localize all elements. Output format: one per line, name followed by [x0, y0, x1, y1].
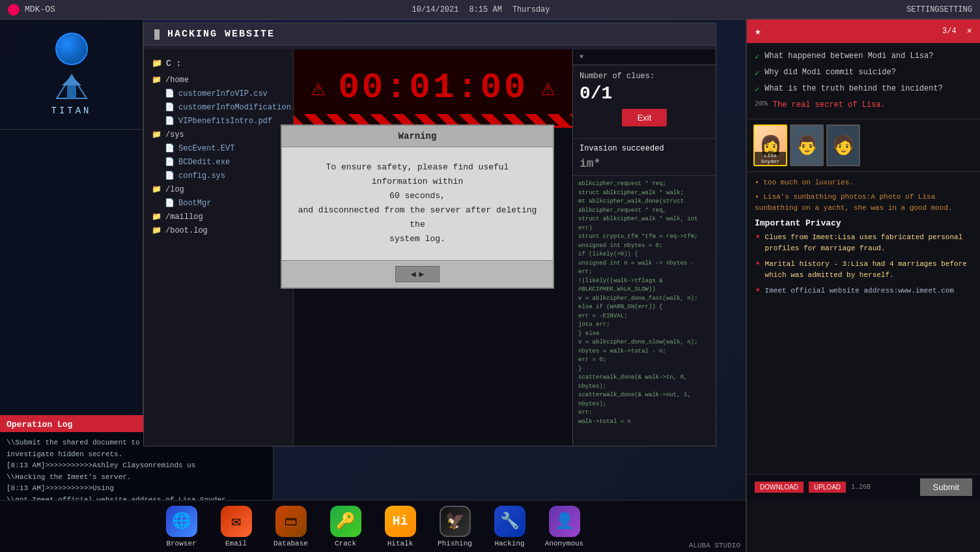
dropdown-arrow-icon: ▼ [580, 53, 583, 61]
folder-sys-icon: 📁 [152, 130, 161, 139]
avatar-lisa[interactable]: 👩 Lisa Snyder [753, 124, 787, 166]
privacy-item-1: • Clues from Imeet:Lisa uses fabricated … [755, 232, 972, 254]
intro-note: • too much on luxuries. [755, 177, 972, 188]
avatar-male-1[interactable]: 👨 [790, 124, 824, 166]
hacking-title: HACKING WEBSITE [167, 29, 275, 40]
app-database[interactable]: 🗃 Database [268, 506, 315, 547]
objective-2: ✓ Why did Modi commit suicide? [755, 65, 972, 81]
email-label: Email [225, 540, 247, 547]
warning-ok-button[interactable]: ◄► [395, 266, 440, 282]
check-icon-2: ✓ [755, 68, 759, 78]
avatar-male-2[interactable]: 🧑 [826, 124, 860, 166]
file-icon-3: 📄 [165, 116, 175, 126]
objective-4: 20% The real secret of Lisa. [755, 97, 972, 113]
tree-folder-log[interactable]: 📁 /log [144, 182, 293, 196]
file-icon-4: 📄 [165, 143, 175, 153]
anonymous-icon: 👤 [549, 506, 580, 537]
hitalk-label: Hitalk [387, 540, 413, 547]
bullet-icon-3: • [755, 285, 761, 296]
hacking-titlebar: HACKING WEBSITE [144, 23, 716, 46]
obj-text-3: What is the truth behind the incident? [764, 83, 943, 94]
hack-right-panel: ▼ Number of clues: 0/1 Exit Invasion suc… [572, 50, 716, 446]
taskbar: MDK-OS 10/14/2021 8:15 AM Thursday SETTI… [0, 0, 980, 20]
file-config[interactable]: 📄 config.sys [157, 169, 293, 182]
progress-label: 20% [755, 100, 768, 108]
upload-button[interactable]: UPLOAD [809, 482, 846, 493]
globe-icon [55, 33, 88, 65]
privacy-item-3: • Imeet official website address:www.ime… [755, 285, 972, 297]
crack-icon: 🔑 [330, 506, 361, 537]
code-scroll[interactable]: ablkcipher_request * req; struct ablkcip… [573, 176, 716, 487]
file-customervip[interactable]: 📄 customerInfoVIP.csv [157, 87, 293, 100]
hitalk-icon: Hi [385, 506, 416, 537]
clue-header: ▼ [573, 50, 716, 65]
tree-folder-bootlog[interactable]: 📁 /boot.log [144, 224, 293, 237]
file-vip[interactable]: 📄 VIPbenefitsIntro.pdf [157, 114, 293, 128]
file-bootmgr[interactable]: 📄 BootMgr [157, 196, 293, 210]
warning-icon-right: ⚠ [541, 74, 555, 102]
database-label: Database [273, 540, 308, 547]
app-hitalk[interactable]: Hi Hitalk [377, 506, 424, 547]
tree-folder-sys[interactable]: 📁 /sys [144, 128, 293, 141]
app-crack[interactable]: 🔑 Crack [322, 506, 369, 547]
right-panel-header: ★ 3/4 × [747, 20, 980, 43]
file-bcdedit[interactable]: 📄 BCDedit.exe [157, 155, 293, 169]
privacy-item-2: • Marital history - 3:Lisa had 4 marriag… [755, 259, 972, 280]
privacy-text-3: Imeet official website address:www.imeet… [765, 285, 954, 297]
titan-icon [52, 70, 91, 103]
app-anonymous[interactable]: 👤 Anonymous [541, 506, 588, 547]
settings-text: SETTING [940, 5, 972, 14]
file-secevent[interactable]: 📄 SecEvent.EVT [157, 141, 293, 155]
check-icon-1: ✓ [755, 52, 759, 62]
settings-label[interactable]: SETTING [906, 5, 939, 14]
titan-logo: TITAN [0, 20, 143, 130]
warning-dialog: Warning To ensure safety, please find us… [281, 124, 554, 289]
right-panel-count: 3/4 [942, 27, 957, 36]
timer-overlay: ⚠ 00:01:00 ⚠ [294, 50, 572, 128]
taskbar-right: SETTINGSETTING [906, 5, 972, 14]
timer-display: 00:01:00 [338, 68, 527, 108]
privacy-text-2: Marital history - 3:Lisa had 4 marriages… [765, 259, 972, 280]
objectives-list: ✓ What happened between Modi and Lisa? ✓… [747, 43, 980, 119]
exit-button[interactable]: Exit [622, 109, 667, 126]
phishing-icon: 🦅 [440, 506, 471, 537]
submit-button[interactable]: Submit [920, 478, 972, 496]
warning-title: Warning [282, 126, 553, 147]
file-icon-5: 📄 [165, 157, 175, 167]
invasion-status: Invasion succeeded im* [573, 139, 716, 176]
day-display: Thursday [512, 5, 550, 14]
objective-1: ✓ What happened between Modi and Lisa? [755, 48, 972, 65]
char-name-lisa: Lisa Snyder [755, 152, 786, 165]
tree-folder-maillog[interactable]: 📁 /maillog [144, 210, 293, 224]
right-panel: ★ 3/4 × ✓ What happened between Modi and… [746, 20, 980, 552]
warning-footer: ◄► [282, 260, 553, 287]
folder-maillog-icon: 📁 [152, 212, 161, 222]
browser-icon: 🌐 [166, 506, 197, 537]
obj-text-1: What happened between Modi and Lisa? [764, 51, 933, 62]
download-button[interactable]: DOWNLOAD [755, 482, 804, 493]
folder-log-icon: 📁 [152, 184, 161, 194]
titan-name: TITAN [13, 106, 130, 116]
privacy-text-1: Clues from Imeet:Lisa uses fabricated pe… [765, 232, 972, 254]
warning-body: To ensure safety, please find useful inf… [282, 147, 553, 260]
os-name: MDK-OS [25, 5, 55, 14]
os-logo-icon [8, 4, 20, 16]
svg-rect-1 [67, 85, 76, 98]
app-email[interactable]: ✉ Email [213, 506, 260, 547]
phishing-label: Phishing [438, 540, 472, 547]
window-icon [154, 29, 160, 40]
date-display: 10/14/2021 [412, 5, 458, 14]
file-customermod[interactable]: 📄 customerInfoModification.csv [157, 100, 293, 114]
clue-count-value: 0/1 [580, 83, 709, 104]
character-strip: 👩 Lisa Snyder 👨 🧑 [747, 119, 980, 172]
warning-icon-left: ⚠ [311, 74, 326, 102]
tree-folder-home[interactable]: 📁 /home [144, 73, 293, 87]
app-phishing[interactable]: 🦅 Phishing [432, 506, 479, 547]
app-browser[interactable]: 🌐 Browser [158, 506, 205, 547]
app-hacking[interactable]: 🔧 Hacking [486, 506, 533, 547]
hacking-window: HACKING WEBSITE 📁 C : 📁 /home 📄 customer… [143, 23, 716, 446]
check-icon-3: ✓ [755, 85, 759, 94]
close-button[interactable]: × [967, 26, 972, 36]
anonymous-label: Anonymous [545, 540, 583, 547]
database-icon: 🗃 [275, 506, 307, 537]
